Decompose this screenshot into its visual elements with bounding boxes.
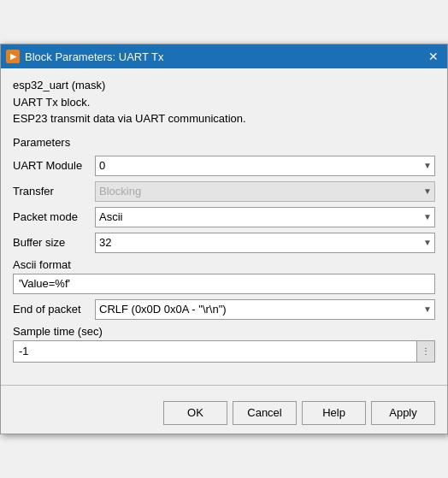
description: esp32_uart (mask) UART Tx block. ESP23 t…	[13, 77, 435, 127]
ascii-format-input[interactable]	[13, 274, 435, 294]
description-line3: ESP23 transmit data via UART communicati…	[13, 110, 435, 127]
transfer-select: Blocking	[95, 181, 435, 202]
buffer-size-label: Buffer size	[13, 236, 90, 249]
sample-time-menu-button[interactable]: ⋮	[416, 340, 435, 363]
uart-module-dropdown-wrapper: 0 ▼	[95, 156, 435, 176]
end-of-packet-row: End of packet CRLF (0x0D 0x0A - "\r\n") …	[13, 299, 435, 320]
sample-time-wrapper: ⋮	[13, 340, 435, 363]
dialog-block-parameters: ▶ Block Parameters: UART Tx ✕ esp32_uart…	[0, 44, 448, 434]
uart-module-row: UART Module 0 ▼	[13, 156, 435, 176]
divider	[1, 385, 447, 386]
sample-time-input[interactable]	[13, 340, 416, 363]
cancel-button[interactable]: Cancel	[233, 401, 297, 425]
buffer-size-dropdown-wrapper: 32 ▼	[95, 233, 435, 253]
ascii-format-section: Ascii format	[13, 258, 435, 294]
parameters-label: Parameters	[13, 136, 435, 149]
button-row: OK Cancel Help Apply	[1, 394, 447, 434]
transfer-dropdown-wrapper: Blocking ▼	[95, 181, 435, 202]
sample-time-label: Sample time (sec)	[13, 325, 435, 338]
apply-button[interactable]: Apply	[371, 401, 435, 425]
title-bar: ▶ Block Parameters: UART Tx ✕	[1, 44, 447, 68]
end-of-packet-select[interactable]: CRLF (0x0D 0x0A - "\r\n")	[95, 299, 435, 320]
sample-time-section: Sample time (sec) ⋮	[13, 325, 435, 363]
packet-mode-label: Packet mode	[13, 210, 90, 223]
title-bar-left: ▶ Block Parameters: UART Tx	[6, 50, 164, 63]
title-text: Block Parameters: UART Tx	[25, 50, 164, 63]
end-of-packet-label: End of packet	[13, 303, 90, 316]
description-line2: UART Tx block.	[13, 94, 435, 111]
uart-module-select[interactable]: 0	[95, 156, 435, 176]
help-button[interactable]: Help	[302, 401, 366, 425]
transfer-row: Transfer Blocking ▼	[13, 181, 435, 202]
end-of-packet-dropdown-wrapper: CRLF (0x0D 0x0A - "\r\n") ▼	[95, 299, 435, 320]
content-area: esp32_uart (mask) UART Tx block. ESP23 t…	[1, 68, 447, 376]
packet-mode-dropdown-wrapper: Ascii ▼	[95, 207, 435, 227]
block-icon: ▶	[6, 50, 20, 63]
close-button[interactable]: ✕	[425, 48, 442, 65]
description-line1: esp32_uart (mask)	[13, 77, 435, 94]
ok-button[interactable]: OK	[163, 401, 227, 425]
packet-mode-select[interactable]: Ascii	[95, 207, 435, 227]
packet-mode-row: Packet mode Ascii ▼	[13, 207, 435, 227]
ascii-format-label: Ascii format	[13, 258, 435, 271]
uart-module-label: UART Module	[13, 159, 90, 172]
transfer-label: Transfer	[13, 185, 90, 198]
buffer-size-select[interactable]: 32	[95, 233, 435, 253]
buffer-size-row: Buffer size 32 ▼	[13, 233, 435, 253]
